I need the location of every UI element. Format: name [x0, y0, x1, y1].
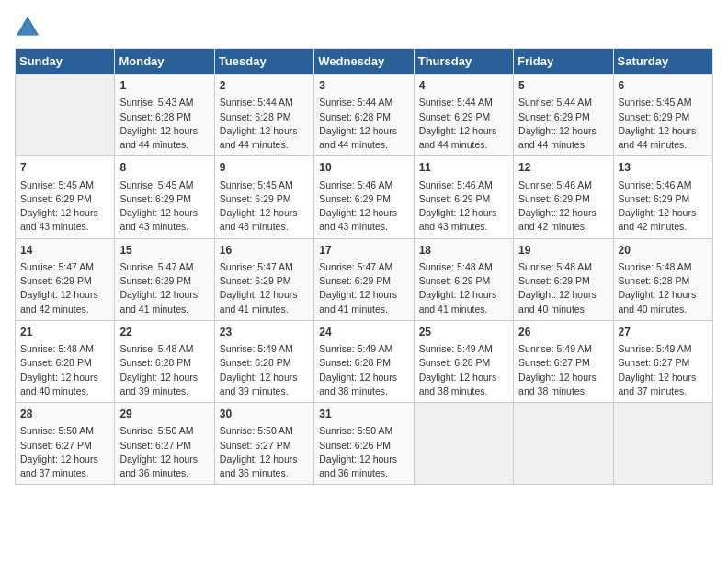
day-info: and 39 minutes.	[220, 385, 309, 398]
day-cell	[514, 403, 613, 485]
day-cell: 12Sunrise: 5:46 AMSunset: 6:29 PMDayligh…	[514, 156, 613, 238]
day-info: Sunrise: 5:48 AM	[20, 342, 109, 356]
header-cell-monday: Monday	[115, 49, 214, 75]
day-info: Daylight: 12 hours	[119, 371, 209, 385]
day-number: 8	[119, 160, 209, 176]
day-info: and 40 minutes.	[20, 385, 109, 398]
day-info: Sunset: 6:26 PM	[319, 439, 408, 453]
day-info: Daylight: 12 hours	[220, 288, 309, 302]
day-number: 28	[20, 407, 109, 422]
day-cell: 11Sunrise: 5:46 AMSunset: 6:29 PMDayligh…	[414, 156, 513, 238]
day-info: Daylight: 12 hours	[319, 288, 408, 302]
day-number: 1	[119, 78, 209, 94]
day-info: Sunrise: 5:48 AM	[119, 342, 209, 356]
day-info: Daylight: 12 hours	[119, 124, 209, 138]
day-cell: 17Sunrise: 5:47 AMSunset: 6:29 PMDayligh…	[314, 238, 414, 320]
day-info: Sunset: 6:29 PM	[319, 192, 408, 206]
day-info: Sunrise: 5:49 AM	[518, 342, 608, 356]
day-info: Sunrise: 5:46 AM	[518, 178, 608, 192]
day-info: and 38 minutes.	[419, 385, 508, 398]
day-number: 2	[220, 78, 309, 94]
day-info: Sunset: 6:29 PM	[419, 274, 508, 288]
day-info: Sunset: 6:27 PM	[518, 356, 608, 370]
logo	[15, 15, 44, 40]
day-info: and 43 minutes.	[119, 220, 209, 234]
day-info: Daylight: 12 hours	[20, 206, 109, 220]
day-cell: 16Sunrise: 5:47 AMSunset: 6:29 PMDayligh…	[214, 238, 313, 320]
day-info: and 41 minutes.	[220, 303, 309, 316]
day-number: 3	[319, 78, 408, 94]
day-info: and 37 minutes.	[619, 385, 708, 398]
day-cell: 9Sunrise: 5:45 AMSunset: 6:29 PMDaylight…	[214, 156, 313, 238]
day-info: and 36 minutes.	[119, 466, 209, 480]
day-number: 26	[518, 325, 608, 340]
week-row-5: 28Sunrise: 5:50 AMSunset: 6:27 PMDayligh…	[16, 403, 713, 485]
day-info: Sunrise: 5:50 AM	[319, 424, 408, 438]
day-number: 6	[619, 78, 708, 94]
day-info: Sunset: 6:29 PM	[220, 274, 309, 288]
day-info: Sunrise: 5:48 AM	[419, 260, 508, 274]
day-info: Sunrise: 5:47 AM	[119, 260, 209, 274]
week-row-3: 14Sunrise: 5:47 AMSunset: 6:29 PMDayligh…	[16, 238, 713, 320]
day-info: Daylight: 12 hours	[20, 288, 109, 302]
day-number: 5	[518, 78, 608, 94]
day-info: Daylight: 12 hours	[119, 206, 209, 220]
day-number: 7	[20, 160, 109, 176]
day-info: Sunset: 6:28 PM	[220, 110, 309, 124]
day-info: Daylight: 12 hours	[419, 371, 508, 385]
day-cell: 28Sunrise: 5:50 AMSunset: 6:27 PMDayligh…	[16, 403, 115, 485]
day-info: Sunset: 6:28 PM	[319, 356, 408, 370]
day-number: 31	[319, 407, 408, 422]
day-info: Sunrise: 5:46 AM	[619, 178, 708, 192]
day-info: Sunset: 6:29 PM	[20, 274, 109, 288]
day-cell	[414, 403, 513, 485]
day-info: and 43 minutes.	[319, 220, 408, 234]
day-info: Sunset: 6:27 PM	[619, 356, 708, 370]
day-info: Sunset: 6:29 PM	[619, 110, 708, 124]
day-number: 30	[220, 407, 309, 422]
day-info: Sunrise: 5:45 AM	[220, 178, 309, 192]
day-info: Sunrise: 5:50 AM	[220, 424, 309, 438]
day-info: and 38 minutes.	[518, 385, 608, 398]
day-number: 10	[319, 160, 408, 176]
day-info: and 44 minutes.	[518, 138, 608, 152]
day-info: Daylight: 12 hours	[220, 124, 309, 138]
day-cell: 24Sunrise: 5:49 AMSunset: 6:28 PMDayligh…	[314, 320, 414, 402]
day-info: Daylight: 12 hours	[619, 206, 708, 220]
day-info: Sunset: 6:29 PM	[220, 192, 309, 206]
day-info: Daylight: 12 hours	[20, 453, 109, 466]
day-info: and 43 minutes.	[220, 220, 309, 234]
day-info: Sunrise: 5:45 AM	[20, 178, 109, 192]
day-info: and 44 minutes.	[319, 138, 408, 152]
day-cell	[613, 403, 712, 485]
day-cell: 23Sunrise: 5:49 AMSunset: 6:28 PMDayligh…	[214, 320, 313, 402]
day-info: Sunset: 6:29 PM	[119, 192, 209, 206]
day-cell: 8Sunrise: 5:45 AMSunset: 6:29 PMDaylight…	[115, 156, 214, 238]
week-row-2: 7Sunrise: 5:45 AMSunset: 6:29 PMDaylight…	[16, 156, 713, 238]
day-info: Daylight: 12 hours	[319, 124, 408, 138]
day-info: and 40 minutes.	[518, 303, 608, 316]
day-info: and 42 minutes.	[518, 220, 608, 234]
day-number: 20	[619, 243, 708, 259]
day-number: 19	[518, 243, 608, 259]
day-cell: 10Sunrise: 5:46 AMSunset: 6:29 PMDayligh…	[314, 156, 414, 238]
week-row-4: 21Sunrise: 5:48 AMSunset: 6:28 PMDayligh…	[16, 320, 713, 402]
header-cell-thursday: Thursday	[414, 49, 513, 75]
day-number: 15	[119, 243, 209, 259]
day-info: Sunrise: 5:49 AM	[319, 342, 408, 356]
day-info: Daylight: 12 hours	[619, 371, 708, 385]
day-info: Sunset: 6:28 PM	[119, 110, 209, 124]
day-number: 16	[220, 243, 309, 259]
day-info: Sunset: 6:29 PM	[319, 274, 408, 288]
day-info: Sunrise: 5:46 AM	[319, 178, 408, 192]
logo-icon	[15, 15, 40, 40]
week-row-1: 1Sunrise: 5:43 AMSunset: 6:28 PMDaylight…	[16, 75, 713, 156]
day-info: Sunset: 6:28 PM	[220, 356, 309, 370]
header-cell-friday: Friday	[514, 49, 613, 75]
day-info: and 36 minutes.	[220, 466, 309, 480]
day-info: Sunrise: 5:44 AM	[518, 96, 608, 109]
calendar-body: 1Sunrise: 5:43 AMSunset: 6:28 PMDaylight…	[16, 75, 713, 485]
day-info: Sunrise: 5:44 AM	[419, 96, 508, 109]
day-info: Sunrise: 5:47 AM	[319, 260, 408, 274]
day-info: Sunrise: 5:48 AM	[619, 260, 708, 274]
